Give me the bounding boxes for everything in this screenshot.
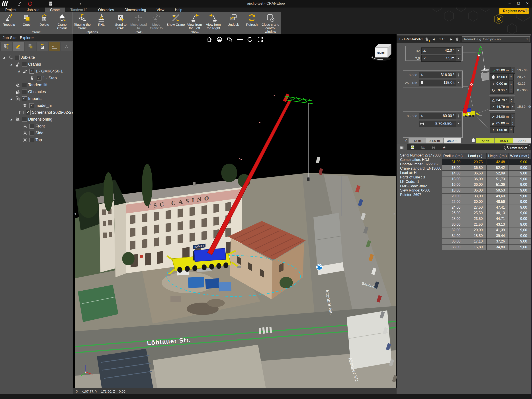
- menu-tab[interactable]: Project: [0, 7, 22, 12]
- value-field[interactable]: 8.70x8.50m: [419, 120, 461, 127]
- register-now-button[interactable]: Register now: [500, 8, 529, 14]
- field-control[interactable]: [508, 87, 513, 93]
- tree-expander-icon[interactable]: [17, 70, 20, 73]
- window-control[interactable]: [516, 1, 521, 6]
- explorer-tool-button[interactable]: [13, 42, 24, 51]
- value-field[interactable]: 1.00 m: [490, 127, 514, 133]
- explorer-tool-button[interactable]: [37, 42, 48, 51]
- tree-item[interactable]: Imports: [0, 95, 73, 102]
- tree-checkbox[interactable]: [22, 89, 27, 94]
- ribbon-button[interactable]: Send to CAD: [112, 13, 130, 30]
- viewport-tool-icon[interactable]: [257, 36, 264, 43]
- tree-checkbox[interactable]: [22, 96, 27, 101]
- tree-checkbox[interactable]: [30, 124, 34, 129]
- window-control[interactable]: [525, 1, 530, 6]
- collapse-sidebar-arrow[interactable]: ◄: [73, 212, 76, 216]
- tree-expander-icon[interactable]: [2, 56, 6, 59]
- table-row[interactable]: 18,00 35,00 50,53 9,00: [442, 188, 531, 193]
- table-column-header[interactable]: Height ( m ): [487, 153, 508, 159]
- field-control[interactable]: [456, 55, 461, 61]
- delete-step-icon[interactable]: [455, 37, 460, 42]
- menu-tab[interactable]: Dimensioning: [119, 7, 151, 12]
- tree-item[interactable]: 1 - Step: [0, 75, 73, 82]
- tree-item[interactable]: Top: [0, 137, 73, 143]
- tree-expander-icon[interactable]: [10, 118, 13, 121]
- field-control[interactable]: [456, 48, 461, 54]
- view-cube[interactable]: RIGHT: [370, 41, 393, 61]
- field-control[interactable]: [508, 127, 513, 133]
- table-row[interactable]: 36,00 17,10 37,26 9,00: [442, 239, 531, 244]
- ribbon-button[interactable]: Crane Colour: [53, 13, 71, 30]
- field-control[interactable]: [456, 72, 461, 78]
- ribbon-button[interactable]: Rigging the Crane: [73, 13, 92, 30]
- explorer-tool-button[interactable]: [49, 42, 60, 51]
- menu-tab[interactable]: Help: [170, 7, 188, 12]
- remark-input[interactable]: [462, 36, 530, 42]
- add-step-icon[interactable]: [425, 37, 430, 42]
- sync-icon[interactable]: ↻: [525, 8, 529, 14]
- table-row[interactable]: 26,00 25,50 46,13 9,00: [442, 210, 531, 216]
- menu-tab[interactable]: Obstacles: [93, 7, 119, 12]
- explorer-tool-button[interactable]: [0, 42, 12, 51]
- viewport-3d[interactable]: TSC CASINO KADUR: [73, 34, 397, 388]
- table-row[interactable]: 30,00 21,50 43,13 9,00: [442, 222, 531, 228]
- table-column-header[interactable]: Radius ( m ): [442, 153, 464, 159]
- viewport-tool-icon[interactable]: [206, 36, 213, 43]
- tree-item[interactable]: Screenshot 2026-02-27 11264...: [0, 109, 73, 116]
- field-control[interactable]: [509, 97, 514, 103]
- field-control[interactable]: [508, 74, 513, 80]
- value-field[interactable]: 0.00 m: [490, 81, 514, 87]
- remark-dropdown-icon[interactable]: ▼: [526, 38, 528, 40]
- value-field[interactable]: 7.5 m: [421, 55, 461, 62]
- window-control[interactable]: [507, 1, 513, 6]
- table-row[interactable]: 20,00 33,00 49,60 9,00: [442, 194, 531, 199]
- explorer-tool-button[interactable]: [61, 42, 72, 51]
- tree-item[interactable]: 1 - GMK6450-1: [0, 68, 73, 75]
- menu-tab[interactable]: View: [151, 7, 170, 12]
- tree-expander-icon[interactable]: [10, 63, 13, 66]
- ribbon-button[interactable]: Show Crane: [166, 13, 185, 26]
- value-field[interactable]: 31.00 m: [490, 67, 515, 74]
- tree-checkbox[interactable]: [30, 131, 34, 135]
- tree-item[interactable]: Cranes: [0, 61, 73, 68]
- viewport-tool-icon[interactable]: [226, 36, 233, 43]
- value-field[interactable]: 60.00 °: [419, 113, 461, 119]
- explorer-tool-button[interactable]: [25, 42, 36, 51]
- table-row[interactable]: 32,00 20,00 41,39 9,00: [442, 228, 531, 233]
- tree-item[interactable]: Front: [0, 123, 73, 130]
- collapse-panel-arrow[interactable]: ►: [393, 212, 396, 216]
- tree-checkbox[interactable]: [37, 76, 41, 81]
- table-row[interactable]: 31.00 20.75 42.48 9.00: [442, 159, 531, 165]
- value-field[interactable]: 42.0 °: [421, 47, 461, 54]
- value-field[interactable]: 24.00 m: [490, 114, 515, 120]
- value-field[interactable]: 54.79 °: [490, 97, 514, 103]
- tree-item[interactable]: Job-site: [0, 54, 73, 61]
- tree-expander-icon[interactable]: [10, 97, 13, 100]
- tree-item[interactable]: Tandem lift: [0, 82, 73, 89]
- value-field[interactable]: 15.00 t: [490, 74, 514, 80]
- viewport-tool-icon[interactable]: [247, 36, 253, 43]
- table-row[interactable]: 28,00 23,50 44,71 9,00: [442, 216, 531, 222]
- tree-checkbox[interactable]: [30, 138, 34, 142]
- table-row[interactable]: 34,00 18,50 39,44 9,00: [442, 233, 531, 239]
- ribbon-button[interactable]: Move Crane to: [147, 13, 165, 30]
- value-field[interactable]: 316.00 °: [419, 72, 461, 78]
- tab-load-chart[interactable]: [418, 144, 429, 150]
- table-row[interactable]: 15,00 36,00 51,73 9,00: [442, 177, 531, 182]
- tree-checkbox[interactable]: [15, 55, 19, 60]
- tree-item[interactable]: Side: [0, 130, 73, 137]
- field-control[interactable]: [510, 114, 515, 120]
- ribbon-button[interactable]: Reequip: [0, 13, 18, 26]
- menu-tab[interactable]: Job-site: [22, 7, 45, 12]
- tree-item[interactable]: Dimensioning: [0, 116, 73, 123]
- tree-item[interactable]: model_hr: [0, 102, 73, 109]
- tab-load-table[interactable]: [397, 144, 407, 150]
- tree-checkbox[interactable]: [30, 103, 34, 108]
- field-control[interactable]: [508, 81, 513, 87]
- next-step-arrow[interactable]: ▶: [450, 38, 453, 41]
- value-field[interactable]: 44.79 m: [490, 103, 515, 110]
- field-control[interactable]: [510, 120, 515, 126]
- ribbon-button[interactable]: RHL: [92, 13, 111, 26]
- table-row[interactable]: 14,00 36,50 52,09 9,00: [442, 171, 531, 176]
- field-control[interactable]: [456, 113, 461, 119]
